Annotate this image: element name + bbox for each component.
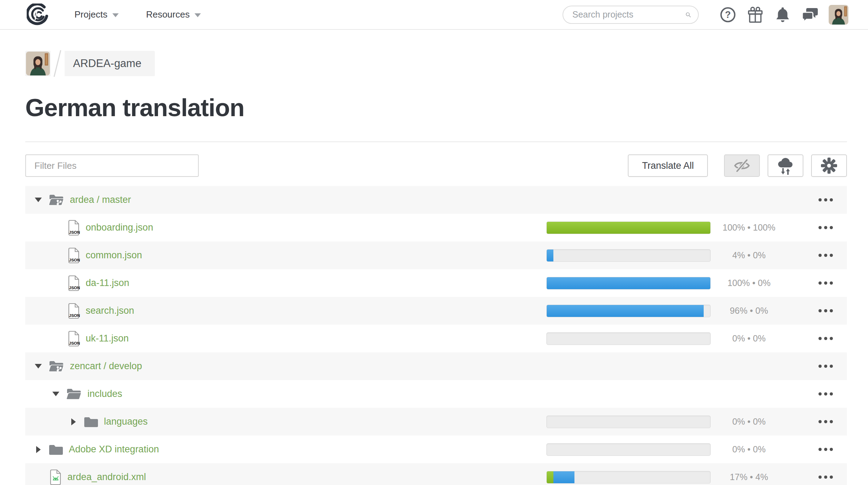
toolbar-actions: Translate All — [628, 154, 847, 177]
row-menu-button[interactable] — [818, 195, 833, 205]
expand-toggle[interactable] — [33, 198, 44, 202]
page-content: ARDEA-game German translation Translate … — [25, 51, 847, 485]
settings-gear-icon — [821, 157, 837, 174]
top-nav: Projects Resources ? — [0, 0, 868, 30]
progress-label: 100% • 0% — [711, 278, 787, 288]
chevron-down-icon — [112, 13, 119, 17]
row-menu-button[interactable] — [818, 472, 833, 482]
progress-bar — [546, 221, 711, 234]
cloud-sync-icon — [776, 157, 795, 175]
table-row: ardea / master — [25, 186, 847, 214]
filter-files-input[interactable] — [25, 154, 199, 177]
file-link[interactable]: da-11.json — [86, 278, 129, 288]
help-button[interactable]: ? — [714, 4, 742, 25]
translated-segment — [547, 250, 553, 261]
table-row: da-11.json 100% • 0% — [25, 269, 847, 297]
messages-button[interactable] — [796, 4, 824, 25]
row-menu-button[interactable] — [818, 278, 833, 288]
git-folder-icon — [48, 194, 64, 206]
progress-bar — [546, 305, 711, 317]
gift-button[interactable] — [742, 4, 769, 25]
expand-toggle[interactable] — [33, 446, 44, 453]
search-icon[interactable] — [685, 9, 691, 20]
expand-toggle[interactable] — [51, 392, 61, 396]
eye-off-icon — [733, 158, 751, 173]
table-row: common.json 4% • 0% — [25, 241, 847, 269]
settings-button[interactable] — [811, 154, 847, 177]
progress-bar — [546, 443, 711, 456]
user-avatar[interactable] — [829, 5, 848, 25]
row-menu-button[interactable] — [818, 250, 833, 260]
git-folder-icon — [48, 360, 64, 372]
file-link[interactable]: ardea_android.xml — [67, 472, 146, 483]
json-file-icon — [67, 220, 80, 236]
nav-menu-resources[interactable]: Resources — [146, 9, 201, 20]
search-input[interactable] — [572, 9, 685, 20]
svg-text:?: ? — [725, 9, 731, 20]
progress-label: 0% • 0% — [711, 333, 787, 344]
translate-all-button[interactable]: Translate All — [628, 154, 708, 177]
progress-label: 0% • 0% — [711, 444, 787, 454]
expand-toggle[interactable] — [33, 364, 44, 368]
folder-link[interactable]: includes — [87, 388, 122, 399]
json-file-icon — [67, 275, 80, 291]
progress-label: 4% • 0% — [711, 250, 787, 260]
file-link[interactable]: onboarding.json — [86, 222, 153, 233]
row-menu-button[interactable] — [818, 444, 833, 454]
folder-icon — [48, 444, 63, 456]
sync-files-button[interactable] — [768, 154, 803, 177]
folder-link[interactable]: languages — [104, 416, 148, 427]
breadcrumb-owner-avatar[interactable] — [25, 51, 51, 76]
folder-open-icon — [66, 388, 82, 400]
bell-icon — [775, 6, 790, 23]
approved-segment — [547, 471, 553, 483]
progress-bar — [546, 277, 711, 290]
table-row: includes — [25, 380, 847, 408]
hide-completed-button[interactable] — [724, 154, 760, 177]
row-menu-button[interactable] — [818, 389, 833, 399]
caret-down-icon — [35, 198, 42, 202]
caret-down-icon — [35, 364, 42, 368]
progress-bar — [546, 416, 711, 428]
table-row: uk-11.json 0% • 0% — [25, 325, 847, 352]
progress-bar — [546, 332, 711, 345]
folder-link[interactable]: ardea / master — [70, 194, 131, 205]
page-title: German translation — [25, 94, 847, 122]
caret-right-icon — [36, 446, 41, 453]
caret-down-icon — [52, 392, 59, 396]
app-logo[interactable] — [27, 4, 49, 26]
table-row: Adobe XD integration 0% • 0% — [25, 436, 847, 463]
breadcrumb: ARDEA-game — [25, 51, 847, 76]
nav-menu-resources-label: Resources — [146, 9, 190, 20]
owner-avatar-photo — [26, 52, 50, 75]
expand-toggle[interactable] — [68, 418, 79, 425]
json-file-icon — [67, 247, 80, 264]
json-file-icon — [67, 303, 80, 319]
table-row: ardea_android.xml 17% • 4% — [25, 463, 847, 485]
row-menu-button[interactable] — [818, 333, 833, 344]
row-menu-button[interactable] — [818, 361, 833, 371]
messages-icon — [801, 7, 819, 23]
translated-segment — [553, 471, 575, 483]
row-menu-button[interactable] — [818, 417, 833, 427]
json-file-icon — [67, 331, 80, 347]
table-row: languages 0% • 0% — [25, 408, 847, 436]
nav-menu-projects-label: Projects — [74, 9, 107, 20]
folder-link[interactable]: Adobe XD integration — [69, 444, 159, 455]
project-search[interactable] — [563, 6, 699, 24]
progress-bar — [546, 471, 711, 484]
notifications-button[interactable] — [769, 4, 796, 25]
chevron-down-icon — [195, 13, 201, 17]
folder-link[interactable]: zencart / develop — [70, 361, 142, 372]
row-menu-button[interactable] — [818, 306, 833, 316]
breadcrumb-project[interactable]: ARDEA-game — [65, 51, 155, 76]
row-menu-button[interactable] — [818, 222, 833, 233]
nav-menu-projects[interactable]: Projects — [74, 9, 119, 20]
file-link[interactable]: common.json — [86, 250, 142, 261]
file-link[interactable]: uk-11.json — [86, 333, 129, 344]
approved-segment — [547, 222, 710, 234]
progress-bar — [546, 249, 711, 262]
file-link[interactable]: search.json — [86, 305, 134, 316]
table-row: onboarding.json 100% • 100% — [25, 214, 847, 241]
progress-label: 100% • 100% — [711, 222, 787, 233]
